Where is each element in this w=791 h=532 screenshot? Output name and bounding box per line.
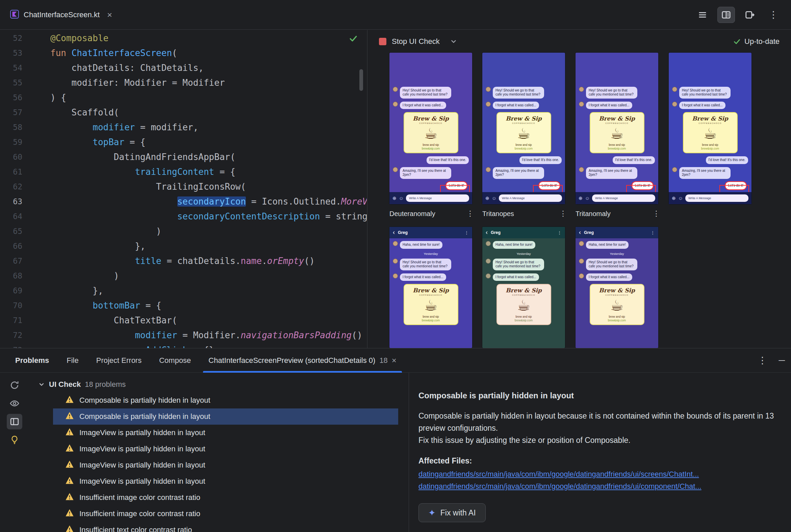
code-line[interactable]: 54 chatDetails: ChatDetails, bbox=[0, 60, 367, 75]
coffee-shop-card: Brew & SipCOFFEE&CHOCO☕brew and sipbrew&… bbox=[683, 112, 738, 153]
problem-item[interactable]: Insufficient image color contrast ratio bbox=[53, 490, 398, 506]
coffee-cup-image: ☕ bbox=[592, 124, 642, 143]
more-vertical-icon[interactable]: ⋮ bbox=[758, 355, 767, 366]
more-vertical-icon: ⋮ bbox=[650, 230, 655, 235]
editor-tab-chatinterfacescreen[interactable]: ChatInterfaceScreen.kt × bbox=[0, 0, 119, 30]
problems-tab[interactable]: ChatInterfaceScreenPreview (sortedChatDe… bbox=[208, 348, 397, 372]
code-line[interactable]: 55 modifier: Modifier = Modifier bbox=[0, 75, 367, 90]
more-vertical-icon[interactable]: ⋮ bbox=[559, 209, 567, 218]
code-line[interactable]: 73 onAddClick = {}, bbox=[0, 343, 367, 348]
preview-phone[interactable]: Hey! Should we go to that cafe you menti… bbox=[575, 53, 658, 204]
warning-icon bbox=[65, 476, 74, 487]
card-tagline: COFFEE&CHOCO bbox=[592, 294, 642, 296]
code-line[interactable]: 57 Scaffold( bbox=[0, 105, 367, 120]
chat-header: ‹Greg⋮ bbox=[575, 227, 658, 238]
problem-item[interactable]: Insufficient image color contrast ratio bbox=[53, 506, 398, 522]
problems-tab[interactable]: File bbox=[67, 348, 78, 372]
code-line[interactable]: 61 trailingContent = { bbox=[0, 165, 367, 179]
inspection-ok-icon[interactable] bbox=[349, 34, 358, 44]
preview-phone[interactable]: ‹Greg⋮Haha, next time for sure!Yesterday… bbox=[389, 227, 472, 348]
code-line[interactable]: 62 TrailingIconsRow( bbox=[0, 179, 367, 194]
menu-lines-icon[interactable] bbox=[694, 7, 711, 23]
ui-issue-highlight: Let's do it! bbox=[539, 182, 560, 190]
tab-close-icon[interactable]: × bbox=[392, 356, 397, 365]
preview-phone[interactable]: Hey! Should we go to that cafe you menti… bbox=[389, 53, 472, 204]
code-line[interactable]: 71 ChatTextBar( bbox=[0, 313, 367, 328]
card-tagline: COFFEE&CHOCO bbox=[406, 122, 456, 124]
more-vertical-icon[interactable]: ⋮ bbox=[466, 209, 474, 218]
ui-check-group[interactable]: UI Check 18 problems bbox=[29, 377, 409, 392]
card-link-text: brew&sip.com bbox=[592, 147, 642, 151]
warning-icon bbox=[65, 412, 74, 422]
problem-item[interactable]: Insufficient text color contrast ratio bbox=[53, 522, 398, 532]
code-text: ) { bbox=[34, 90, 66, 105]
problem-item[interactable]: ImageView is partially hidden in layout bbox=[53, 425, 398, 441]
more-vertical-icon[interactable]: ⋮ bbox=[652, 209, 660, 218]
chevron-down-icon[interactable] bbox=[450, 38, 457, 45]
message-input: Write A Message bbox=[592, 194, 655, 202]
code-line[interactable]: 53fun ChatInterfaceScreen( bbox=[0, 45, 367, 60]
preview-phone[interactable]: ‹Greg⋮Haha, next time for sure!Yesterday… bbox=[575, 227, 658, 348]
problems-tab[interactable]: Compose bbox=[159, 348, 191, 372]
preview-phone[interactable]: Hey! Should we go to that cafe you menti… bbox=[669, 53, 752, 204]
affected-file-link[interactable]: datingandfriends/src/main/java/com/ibm/g… bbox=[419, 468, 777, 480]
chat-bubble: I forgot what it was called... bbox=[493, 101, 539, 109]
day-divider: Yesterday bbox=[393, 252, 469, 255]
card-tagline: COFFEE&CHOCO bbox=[685, 122, 736, 124]
problem-item[interactable]: ImageView is partially hidden in layout bbox=[53, 441, 398, 457]
preview-eye-icon[interactable] bbox=[7, 396, 22, 411]
code-editor[interactable]: 52@Composable53fun ChatInterfaceScreen(5… bbox=[0, 30, 367, 348]
more-vertical-icon[interactable]: ⋮ bbox=[765, 7, 782, 23]
code-line[interactable]: 67 title = chatDetails.name.orEmpty() bbox=[0, 253, 367, 268]
fix-with-ai-button[interactable]: ✦ Fix with AI bbox=[419, 503, 486, 522]
code-line[interactable]: 66 }, bbox=[0, 239, 367, 253]
problem-item[interactable]: Composable is partially hidden in layout bbox=[53, 408, 398, 425]
code-line[interactable]: 70 bottomBar = { bbox=[0, 298, 367, 313]
day-divider: Yesterday bbox=[579, 252, 655, 255]
editor-scrollbar[interactable] bbox=[360, 69, 363, 91]
tab-label: File bbox=[67, 356, 78, 365]
preview-phone[interactable]: Hey! Should we go to that cafe you menti… bbox=[482, 53, 565, 204]
code-line[interactable]: 56) { bbox=[0, 90, 367, 105]
variant-label: Tritanomaly bbox=[575, 210, 611, 218]
card-brand: Brew & Sip bbox=[685, 115, 736, 122]
affected-file-link[interactable]: datingandfriends/src/main/java/com/ibm/g… bbox=[419, 480, 777, 493]
tool-window-title[interactable]: Problems bbox=[15, 348, 49, 372]
avatar bbox=[579, 101, 584, 107]
line-number: 54 bbox=[0, 60, 34, 75]
problem-item[interactable]: ImageView is partially hidden in layout bbox=[53, 473, 398, 490]
tab-count-badge: 18 bbox=[379, 356, 387, 365]
problems-content: UI Check 18 problems Composable is parti… bbox=[0, 373, 791, 532]
rerun-check-icon[interactable] bbox=[7, 377, 22, 393]
kotlin-file-icon bbox=[10, 10, 19, 20]
code-line[interactable]: 64 secondaryContentDescription = stringR… bbox=[0, 209, 367, 224]
line-number: 63 bbox=[0, 194, 34, 209]
minimize-icon[interactable]: ─ bbox=[779, 355, 785, 366]
details-panel-icon[interactable] bbox=[7, 414, 22, 430]
split-editor-icon[interactable] bbox=[717, 7, 735, 23]
stop-icon[interactable] bbox=[379, 38, 386, 45]
code-line[interactable]: 68 ) bbox=[0, 268, 367, 283]
problem-item[interactable]: Composable is partially hidden in layout bbox=[53, 392, 398, 408]
code-line[interactable]: 72 modifier = Modifier.navigationBarsPad… bbox=[0, 328, 367, 343]
preview-phone[interactable]: ‹Greg⋮Haha, next time for sure!Yesterday… bbox=[482, 227, 565, 348]
problems-tab[interactable]: Project Errors bbox=[96, 348, 142, 372]
problems-side-toolbar bbox=[0, 373, 29, 532]
open-window-icon[interactable] bbox=[741, 7, 758, 23]
chat-message: Amazing, I'll see you there at 2pm? bbox=[672, 167, 748, 179]
problem-label: ImageView is partially hidden in layout bbox=[79, 477, 205, 486]
line-number: 55 bbox=[0, 75, 34, 90]
lightbulb-icon[interactable] bbox=[7, 432, 22, 448]
problem-item[interactable]: ImageView is partially hidden in layout bbox=[53, 457, 398, 473]
tab-close-icon[interactable]: × bbox=[107, 11, 112, 19]
coffee-cup-image: ☕ bbox=[685, 124, 736, 143]
code-line[interactable]: 58 modifier = modifier, bbox=[0, 120, 367, 135]
code-line[interactable]: 52@Composable bbox=[0, 31, 367, 45]
code-line[interactable]: 65 ) bbox=[0, 224, 367, 239]
stop-ui-check-button[interactable]: Stop UI Check bbox=[392, 37, 440, 46]
code-line[interactable]: 69 }, bbox=[0, 283, 367, 298]
code-line[interactable]: 63 secondaryIcon = Icons.Outlined.MoreVe… bbox=[0, 194, 367, 209]
card-brand: Brew & Sip bbox=[592, 287, 642, 294]
code-line[interactable]: 59 topBar = { bbox=[0, 135, 367, 150]
code-line[interactable]: 60 DatingAndFriendsAppBar( bbox=[0, 150, 367, 165]
